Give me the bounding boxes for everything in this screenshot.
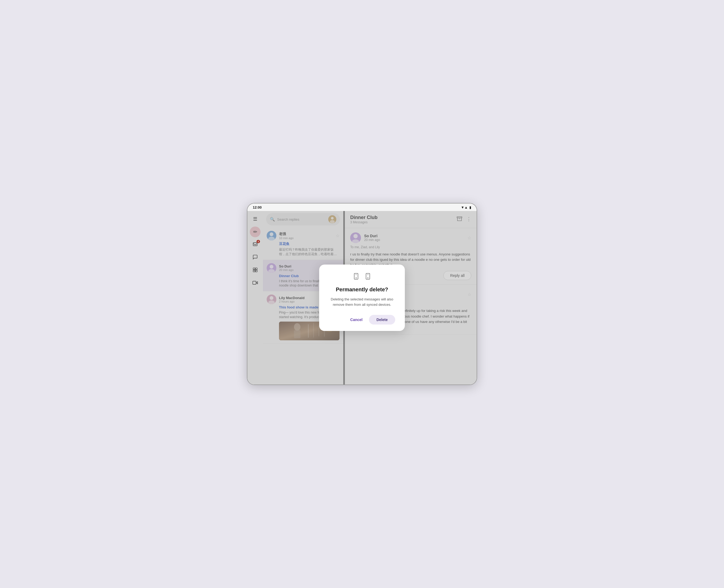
dialog-actions: Cancel Delete <box>329 315 395 324</box>
device-frame: 12:00 ▼▲ ▮ ☰ ✏ 4 <box>247 203 477 385</box>
delete-dialog: Permanently delete? Deleting the selecte… <box>319 265 405 331</box>
main-content: ☰ ✏ 4 <box>248 211 476 384</box>
svg-point-38 <box>356 278 356 278</box>
battery-icon: ▮ <box>469 205 471 209</box>
status-icons: ▼▲ ▮ <box>461 205 471 209</box>
dialog-phone-icon-right <box>365 273 371 281</box>
dialog-delete-button[interactable]: Delete <box>369 315 395 324</box>
svg-point-41 <box>368 278 368 278</box>
dialog-cancel-button[interactable]: Cancel <box>348 316 365 323</box>
dialog-body: Deleting the selected messages will also… <box>329 297 395 308</box>
dialog-icons <box>329 273 395 281</box>
dialog-title: Permanently delete? <box>329 286 395 293</box>
dialog-overlay: Permanently delete? Deleting the selecte… <box>248 211 476 384</box>
status-time: 12:00 <box>253 205 261 209</box>
wifi-icon: ▼▲ <box>461 205 468 209</box>
dialog-phone-icon-left <box>353 273 359 281</box>
status-bar: 12:00 ▼▲ ▮ <box>248 204 476 211</box>
